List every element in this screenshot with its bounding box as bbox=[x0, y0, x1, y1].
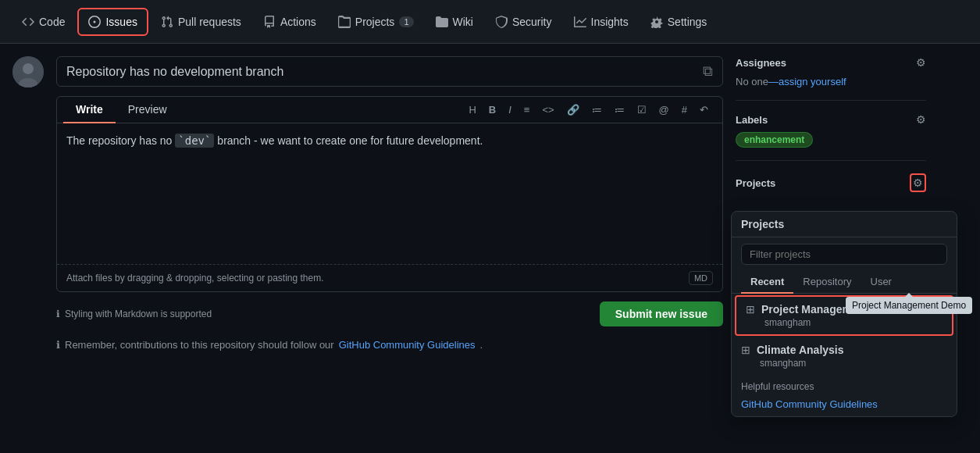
community-guidelines-link[interactable]: GitHub Community Guidelines bbox=[339, 339, 476, 351]
editor-text-prefix: The repository has no bbox=[66, 134, 175, 147]
markdown-badge: MD bbox=[689, 271, 713, 285]
undo-btn[interactable]: ↶ bbox=[695, 101, 713, 119]
popup-search-container bbox=[732, 237, 957, 271]
editor-code-snippet: `dev` bbox=[175, 134, 214, 148]
editor-toolbar: H B I ≡ <> 🔗 ≔ ≔ ☑ @ # ↶ bbox=[464, 101, 716, 119]
ordered-list-btn[interactable]: ≔ bbox=[610, 101, 629, 119]
issue-title-text: Repository has no development branch bbox=[66, 65, 283, 79]
nav-item-projects[interactable]: Projects 1 bbox=[329, 9, 423, 34]
ref-btn[interactable]: # bbox=[677, 101, 692, 119]
nav-item-issues[interactable]: Issues bbox=[77, 8, 148, 36]
submit-issue-button[interactable]: Submit new issue bbox=[600, 301, 723, 326]
filter-projects-input[interactable] bbox=[741, 244, 947, 265]
nav-settings-label: Settings bbox=[668, 16, 707, 28]
labels-title: Labels bbox=[736, 114, 768, 126]
nav-item-wiki[interactable]: Wiki bbox=[426, 9, 483, 34]
project-item-climate-analysis[interactable]: ⊞ Climate Analysis smangham bbox=[732, 337, 957, 375]
nav-item-pull-requests[interactable]: Pull requests bbox=[151, 9, 251, 34]
issues-icon bbox=[88, 16, 101, 28]
project-table-icon: ⊞ bbox=[746, 303, 755, 316]
mention-btn[interactable]: @ bbox=[654, 101, 674, 119]
project-name-climate: Climate Analysis bbox=[757, 344, 844, 356]
projects-icon bbox=[338, 16, 351, 28]
security-icon bbox=[495, 16, 508, 28]
markdown-hint: ℹ Styling with Markdown is supported bbox=[56, 309, 212, 319]
project-table-icon-2: ⊞ bbox=[741, 344, 750, 356]
info-circle-icon: ℹ bbox=[56, 339, 60, 351]
assignees-section: Assignees ⚙ No one—assign yourself bbox=[736, 56, 926, 101]
labels-section: Labels ⚙ enhancement bbox=[736, 113, 926, 161]
settings-icon bbox=[650, 16, 663, 28]
tab-write[interactable]: Write bbox=[63, 97, 116, 123]
attach-hint-text: Attach files by dragging & dropping, sel… bbox=[66, 273, 324, 284]
markdown-hint-text: Styling with Markdown is supported bbox=[65, 309, 212, 319]
popup-tabs: Recent Repository User bbox=[732, 271, 957, 294]
bold-btn[interactable]: B bbox=[484, 101, 501, 119]
projects-gear-icon[interactable]: ⚙ bbox=[910, 173, 926, 192]
nav-insights-label: Insights bbox=[591, 16, 629, 28]
nav-projects-label: Projects bbox=[355, 16, 395, 28]
assignees-gear-icon[interactable]: ⚙ bbox=[916, 56, 926, 69]
nav-wiki-label: Wiki bbox=[453, 16, 473, 28]
wiki-icon bbox=[436, 16, 448, 28]
top-nav: Code Issues Pull requests Actions Projec… bbox=[0, 0, 980, 44]
enhancement-label-badge[interactable]: enhancement bbox=[736, 132, 813, 148]
nav-code-label: Code bbox=[39, 16, 65, 28]
editor-container: Write Preview H B I ≡ <> 🔗 ≔ ≔ ☑ @ # bbox=[56, 96, 723, 292]
user-avatar[interactable] bbox=[12, 56, 44, 87]
unordered-list-btn[interactable]: ≔ bbox=[587, 101, 607, 119]
nav-item-security[interactable]: Security bbox=[486, 9, 561, 34]
form-footer: ℹ Styling with Markdown is supported Sub… bbox=[56, 301, 723, 326]
labels-header: Labels ⚙ bbox=[736, 113, 926, 126]
issue-title-field[interactable]: Repository has no development branch ⧉ bbox=[56, 56, 723, 87]
projects-badge: 1 bbox=[399, 16, 413, 27]
helpful-community-link[interactable]: GitHub Community Guidelines bbox=[732, 395, 957, 416]
nav-pr-label: Pull requests bbox=[178, 16, 241, 28]
info-icon: ℹ bbox=[56, 309, 60, 319]
code-btn[interactable]: <> bbox=[537, 101, 558, 119]
italic-btn[interactable]: I bbox=[504, 101, 516, 119]
copy-icon: ⧉ bbox=[703, 63, 713, 80]
labels-gear-icon[interactable]: ⚙ bbox=[916, 113, 926, 126]
insights-icon bbox=[574, 16, 586, 28]
assignees-header: Assignees ⚙ bbox=[736, 56, 926, 69]
projects-section: Projects ⚙ bbox=[736, 173, 926, 212]
nav-item-code[interactable]: Code bbox=[12, 9, 74, 34]
nav-item-actions[interactable]: Actions bbox=[254, 9, 326, 34]
editor-text-suffix: branch - we want to create one for futur… bbox=[214, 134, 483, 147]
info-bar: ℹ Remember, contributions to this reposi… bbox=[56, 339, 723, 351]
project-owner-climate: smangham bbox=[741, 358, 947, 369]
popup-tab-user[interactable]: User bbox=[861, 271, 901, 294]
tooltip-bubble: Project Management Demo bbox=[846, 297, 972, 314]
nav-security-label: Security bbox=[512, 16, 552, 28]
popup-title: Projects bbox=[732, 212, 957, 237]
projects-popup: Projects Recent Repository User ⊞ Projec… bbox=[731, 211, 957, 417]
assign-yourself-link[interactable]: —assign yourself bbox=[768, 76, 846, 87]
editor-body[interactable]: The repository has no `dev` branch - we … bbox=[57, 123, 722, 264]
link-btn[interactable]: 🔗 bbox=[562, 101, 584, 119]
nav-actions-label: Actions bbox=[280, 16, 316, 28]
quote-btn[interactable]: ≡ bbox=[519, 101, 535, 119]
helpful-resources-label: Helpful resources bbox=[732, 375, 957, 395]
nav-issues-label: Issues bbox=[105, 16, 137, 28]
nav-item-settings[interactable]: Settings bbox=[641, 9, 717, 34]
actions-icon bbox=[263, 16, 276, 28]
svg-point-1 bbox=[23, 63, 34, 74]
pull-request-icon bbox=[161, 16, 173, 28]
project-owner-management: smangham bbox=[746, 317, 943, 328]
avatar-column bbox=[0, 44, 56, 453]
info-text: Remember, contributions to this reposito… bbox=[65, 339, 334, 351]
nav-item-insights[interactable]: Insights bbox=[565, 9, 638, 34]
heading-btn[interactable]: H bbox=[464, 101, 480, 119]
assignees-title: Assignees bbox=[736, 57, 786, 69]
popup-tab-recent[interactable]: Recent bbox=[741, 271, 793, 294]
assignees-no-one: No one bbox=[736, 76, 768, 87]
tab-preview[interactable]: Preview bbox=[116, 97, 180, 123]
issue-form: Repository has no development branch ⧉ W… bbox=[56, 44, 736, 453]
task-list-btn[interactable]: ☑ bbox=[633, 101, 651, 119]
popup-tab-repository[interactable]: Repository bbox=[793, 271, 861, 294]
attach-area: Attach files by dragging & dropping, sel… bbox=[57, 264, 722, 291]
code-icon bbox=[22, 16, 34, 28]
projects-header: Projects ⚙ bbox=[736, 173, 926, 192]
projects-title: Projects bbox=[736, 177, 775, 189]
